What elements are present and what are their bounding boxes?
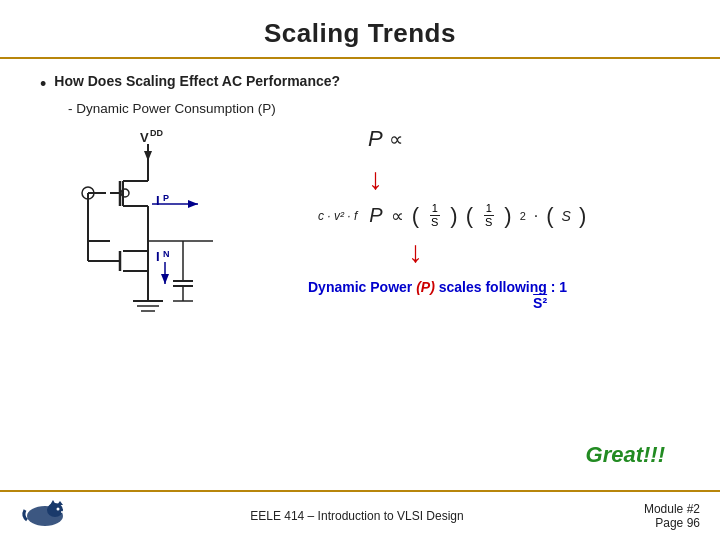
proportional-2: ∝ <box>391 205 404 227</box>
svg-marker-46 <box>57 501 63 505</box>
sub-bullet: - Dynamic Power Consumption (P) <box>68 101 680 116</box>
title-bar: Scaling Trends <box>0 0 720 59</box>
svg-point-44 <box>47 503 63 517</box>
scaling-num: 1 <box>559 279 567 295</box>
frac2: 1 S <box>483 202 494 229</box>
dot-mult: · <box>534 207 538 225</box>
arrow-down-2: ↓ <box>408 235 423 268</box>
svg-marker-15 <box>188 200 198 208</box>
bullet-dot: • <box>40 74 46 95</box>
arrow-down-1: ↓ <box>368 162 383 196</box>
footer-right: Module #2 Page 96 <box>644 502 700 530</box>
frac1: 1 S <box>429 202 440 229</box>
circuit-svg: V DD <box>68 126 268 356</box>
slide-title: Scaling Trends <box>264 18 456 48</box>
frac1-num: 1 <box>430 202 440 216</box>
s-factor: S <box>562 208 571 224</box>
paren-close-2: ) <box>504 203 511 229</box>
svg-marker-45 <box>50 500 56 505</box>
paren-open-2: ( <box>466 203 473 229</box>
svg-text:P: P <box>163 193 169 203</box>
footer-logo <box>20 500 70 532</box>
formula-p2: P <box>369 204 382 227</box>
svg-text:I: I <box>156 193 160 208</box>
scaling-den-text: S² <box>533 295 547 311</box>
footer-page: Page 96 <box>655 516 700 530</box>
frac2-den: S <box>483 216 494 229</box>
svg-point-47 <box>57 508 60 511</box>
svg-point-48 <box>61 511 63 513</box>
footer-module: Module #2 <box>644 502 700 516</box>
svg-marker-3 <box>144 151 152 161</box>
svg-text:N: N <box>163 249 170 259</box>
footer: EELE 414 – Introduction to VLSI Design M… <box>0 490 720 540</box>
paren-open-1: ( <box>412 203 419 229</box>
cvf-label: c · v² · f <box>318 209 357 223</box>
svg-text:DD: DD <box>150 128 163 138</box>
scaling-result: Dynamic Power (P) scales following : 1 S… <box>308 279 567 311</box>
slide: Scaling Trends • How Does Scaling Effect… <box>0 0 720 540</box>
bullet-main-text: How Does Scaling Effect AC Performance? <box>54 73 340 89</box>
great-text: Great!!! <box>586 442 665 468</box>
paren-close-1: ) <box>450 203 457 229</box>
scaling-text2: scales following : <box>439 279 556 295</box>
svg-text:V: V <box>140 130 149 145</box>
proportional-top: ∝ <box>389 127 403 151</box>
bullet-main: • How Does Scaling Effect AC Performance… <box>40 73 680 95</box>
frac2-num: 1 <box>484 202 494 216</box>
frac1-den: S <box>429 216 440 229</box>
scaling-p: (P) <box>416 279 435 295</box>
diagram-area: V DD <box>68 126 680 360</box>
paren-open-3: ( <box>546 203 553 229</box>
svg-text:I: I <box>156 249 160 264</box>
circuit-container: V DD <box>68 126 278 360</box>
top-formula: P ∝ <box>368 126 403 152</box>
content-area: • How Does Scaling Effect AC Performance… <box>0 59 720 360</box>
formula-area: P ∝ ↓ c · v² · f P ∝ ( 1 S <box>278 126 680 311</box>
footer-center: EELE 414 – Introduction to VLSI Design <box>250 509 463 523</box>
svg-marker-26 <box>161 274 169 284</box>
formula-p-top: P <box>368 126 383 152</box>
exp2: 2 <box>520 210 526 222</box>
formula-row-2: c · v² · f P ∝ ( 1 S ) ( 1 S <box>318 202 586 229</box>
paren-close-3: ) <box>579 203 586 229</box>
scaling-text1: Dynamic Power <box>308 279 412 295</box>
scaling-den: S² <box>308 295 547 311</box>
footer-center-text: EELE 414 – Introduction to VLSI Design <box>250 509 463 523</box>
